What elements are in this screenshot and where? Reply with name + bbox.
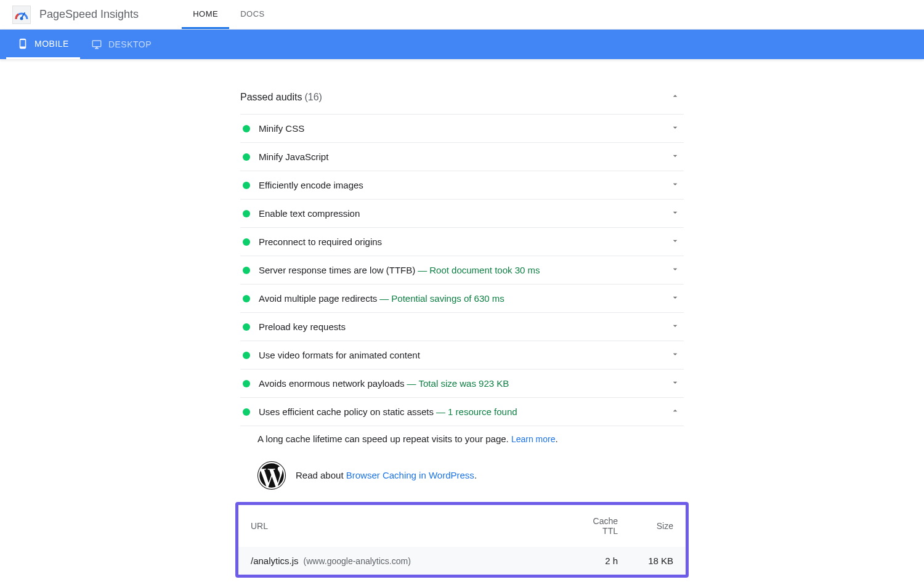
wp-prefix: Read about [296,470,346,480]
audit-title: Avoids enormous network payloads [259,378,405,389]
device-tabs-bar: MOBILE DESKTOP [0,30,924,59]
mobile-icon [17,38,28,49]
status-pass-icon [243,153,250,161]
chevron-down-icon [670,349,684,361]
audit-title: Server response times are low (TTFB) [259,265,415,275]
audit-detail-separator: — [418,265,427,275]
status-pass-icon [243,323,250,331]
status-pass-icon [243,238,250,246]
chevron-down-icon [670,151,684,163]
audit-row[interactable]: Enable text compression [240,200,684,228]
resource-size: 18 KB [630,547,686,575]
resource-table: URL Cache TTL Size /analytics.js(www.goo… [238,505,686,575]
chevron-down-icon [670,321,684,333]
device-tab-mobile-label: MOBILE [34,39,69,49]
device-tab-desktop-label: DESKTOP [108,39,152,49]
audit-detail: Potential savings of 630 ms [391,293,504,304]
resource-domain: (www.google-analytics.com) [304,556,411,566]
audit-row[interactable]: Preload key requests [240,313,684,341]
audit-row[interactable]: Minify JavaScript [240,143,684,171]
chevron-down-icon [670,236,684,248]
audit-detail: Total size was 923 KB [419,378,509,389]
wordpress-logo [257,461,286,490]
chevron-down-icon [670,179,684,191]
table-row: /analytics.js(www.google-analytics.com) … [238,547,686,575]
audit-row[interactable]: Efficiently encode images [240,171,684,200]
chevron-down-icon [670,264,684,276]
audit-detail-separator: — [436,406,445,417]
chevron-down-icon [670,378,684,389]
device-tab-mobile[interactable]: MOBILE [6,30,80,59]
th-cache-ttl: Cache TTL [575,505,630,547]
audit-description-row: A long cache lifetime can speed up repea… [240,426,684,456]
status-pass-icon [243,352,250,359]
audit-row[interactable]: Use video formats for animated content [240,341,684,370]
audit-row[interactable]: Server response times are low (TTFB) — R… [240,256,684,285]
audit-detail-separator: — [379,293,389,304]
audit-description: A long cache lifetime can speed up repea… [257,434,511,444]
tab-home[interactable]: HOME [182,0,229,29]
svg-point-0 [20,17,23,20]
top-tabs: HOME DOCS [182,0,276,29]
status-pass-icon [243,210,250,217]
audit-title: Uses efficient cache policy on static as… [259,406,434,417]
audit-detail: Root document took 30 ms [429,265,540,275]
audit-row[interactable]: Minify CSS [240,115,684,143]
status-pass-icon [243,125,250,132]
chevron-down-icon [670,123,684,134]
status-pass-icon [243,295,250,302]
chevron-down-icon [670,208,684,219]
audit-title: Efficiently encode images [259,180,363,190]
desktop-icon [91,39,102,50]
audit-detail: 1 resource found [448,406,517,417]
audit-title: Avoid multiple page redirects [259,293,377,304]
audit-title: Minify CSS [259,123,304,134]
tab-docs[interactable]: DOCS [229,0,276,29]
section-title: Passed audits [240,92,302,102]
resource-path: /analytics.js [251,556,299,566]
audit-row[interactable]: Preconnect to required origins [240,228,684,256]
chevron-down-icon [670,293,684,304]
app-logo [12,6,31,24]
audit-detail-separator: — [407,378,416,389]
audit-description-period: . [556,434,558,444]
status-pass-icon [243,380,250,387]
audit-list: Minify CSSMinify JavaScriptEfficiently e… [240,115,684,426]
th-url: URL [238,505,575,547]
main-content: Passed audits (16) Minify CSSMinify Java… [240,59,684,578]
th-size: Size [630,505,686,547]
audit-row[interactable]: Avoid multiple page redirects — Potentia… [240,285,684,313]
status-pass-icon [243,182,250,189]
wp-link[interactable]: Browser Caching in WordPress [346,470,474,480]
audit-title: Use video formats for animated content [259,350,420,360]
status-pass-icon [243,267,250,274]
audit-row[interactable]: Uses efficient cache policy on static as… [240,398,684,426]
device-tab-desktop[interactable]: DESKTOP [80,30,163,59]
audit-title: Preconnect to required origins [259,236,382,247]
resource-ttl: 2 h [575,547,630,575]
learn-more-link[interactable]: Learn more [511,434,556,444]
audit-title: Enable text compression [259,208,360,219]
passed-audits-header[interactable]: Passed audits (16) [240,85,684,115]
chevron-up-icon [670,91,684,103]
wp-suffix: . [474,470,477,480]
resource-table-highlight: URL Cache TTL Size /analytics.js(www.goo… [235,502,689,578]
audit-title: Preload key requests [259,321,346,332]
audit-title: Minify JavaScript [259,152,328,162]
audit-row[interactable]: Avoids enormous network payloads — Total… [240,370,684,398]
status-pass-icon [243,408,250,416]
wordpress-row: Read about Browser Caching in WordPress. [240,456,684,502]
chevron-up-icon [670,406,684,418]
section-count: (16) [304,92,322,102]
top-header: PageSpeed Insights HOME DOCS [0,0,924,30]
app-title: PageSpeed Insights [39,8,139,21]
